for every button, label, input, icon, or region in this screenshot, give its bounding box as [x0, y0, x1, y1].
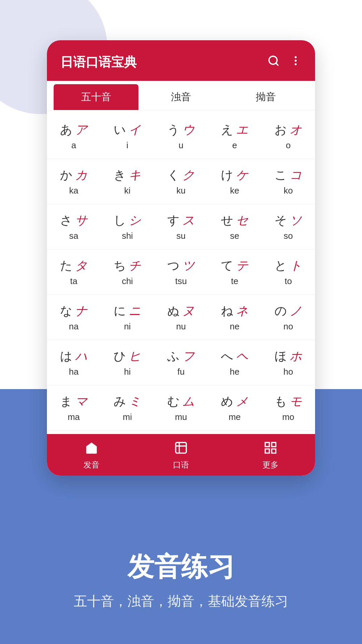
nav-item-发音[interactable]: 发音 — [47, 434, 136, 476]
hiragana-char: す — [167, 212, 180, 229]
kana-cell[interactable]: そ ソ so — [261, 204, 315, 249]
katakana-char: オ — [290, 122, 302, 138]
kana-cell[interactable]: お オ o — [261, 114, 315, 159]
kana-cell[interactable]: か カ ka — [47, 159, 101, 204]
katakana-char: キ — [129, 167, 141, 183]
katakana-char: ト — [290, 258, 302, 274]
kana-chars: み ミ — [114, 393, 141, 410]
kana-cell[interactable]: ほ ホ ho — [261, 340, 315, 385]
katakana-char: ム — [182, 393, 195, 410]
phone-mockup: 日语口语宝典 五十音 浊音 拗音 — [47, 40, 315, 476]
kana-cell[interactable]: あ ア a — [47, 114, 101, 159]
kana-cell[interactable]: ま マ ma — [47, 385, 101, 430]
svg-line-1 — [276, 63, 278, 65]
romaji-label: ni — [124, 321, 131, 332]
kana-cell[interactable]: へ ヘ he — [208, 340, 261, 385]
kana-cell[interactable]: く ク ku — [154, 159, 208, 204]
hiragana-char: ぬ — [167, 303, 180, 319]
kana-cell[interactable]: み ミ mi — [101, 385, 154, 430]
kana-cell[interactable]: た タ ta — [47, 250, 101, 294]
romaji-label: u — [179, 140, 183, 151]
hiragana-char: て — [221, 258, 233, 274]
hiragana-char: き — [114, 167, 126, 183]
kana-cell[interactable]: て テ te — [208, 250, 261, 294]
katakana-char: カ — [75, 167, 87, 183]
kana-row: さ サ sa し シ shi す ス su せ セ — [47, 204, 315, 250]
katakana-char: ヘ — [236, 348, 248, 365]
nav-item-口语[interactable]: 口语 — [136, 434, 226, 476]
svg-rect-9 — [272, 442, 276, 446]
kana-cell[interactable]: こ コ ko — [261, 159, 315, 204]
kana-chars: え エ — [221, 122, 248, 138]
more-icon[interactable] — [290, 55, 302, 70]
katakana-char: ホ — [290, 348, 302, 365]
kana-cell[interactable]: ふ フ fu — [154, 340, 208, 385]
kana-cell[interactable]: い イ i — [101, 114, 154, 159]
kana-cell[interactable]: の ノ no — [261, 295, 315, 340]
kana-cell[interactable]: き キ ki — [101, 159, 154, 204]
tab-gojuuon[interactable]: 五十音 — [54, 84, 138, 110]
hiragana-char: ち — [114, 258, 126, 274]
katakana-char: ナ — [75, 303, 87, 319]
kana-cell[interactable]: せ セ se — [208, 204, 261, 249]
romaji-label: mu — [175, 412, 187, 422]
romaji-label: sa — [69, 231, 78, 241]
svg-rect-5 — [176, 442, 186, 453]
hiragana-char: つ — [167, 258, 180, 274]
kana-cell[interactable]: け ケ ke — [208, 159, 261, 204]
kana-cell[interactable]: う ウ u — [154, 114, 208, 159]
katakana-char: シ — [129, 212, 141, 229]
romaji-label: ki — [124, 185, 131, 196]
svg-point-4 — [295, 63, 297, 65]
hiragana-char: け — [221, 167, 233, 183]
katakana-char: ウ — [182, 122, 195, 138]
tab-dakuon[interactable]: 浊音 — [138, 84, 223, 110]
kana-chars: は ハ — [60, 348, 87, 365]
app-header: 日语口语宝典 — [47, 40, 315, 81]
kana-row: ま マ ma み ミ mi む ム mu め メ — [47, 385, 315, 431]
kana-cell[interactable]: に ニ ni — [101, 295, 154, 340]
kana-cell[interactable]: ね ネ ne — [208, 295, 261, 340]
hiragana-char: へ — [221, 348, 233, 365]
svg-rect-11 — [272, 449, 276, 453]
katakana-char: ツ — [182, 258, 195, 274]
romaji-label: ne — [230, 321, 240, 332]
kana-cell[interactable]: も モ mo — [261, 385, 315, 430]
nav-item-更多[interactable]: 更多 — [226, 434, 315, 476]
kana-chars: く ク — [167, 167, 195, 183]
kana-cell[interactable]: ひ ヒ hi — [101, 340, 154, 385]
hiragana-char: え — [221, 122, 233, 138]
romaji-label: ka — [69, 185, 78, 196]
romaji-label: se — [230, 231, 239, 241]
kana-cell[interactable]: え エ e — [208, 114, 261, 159]
kana-cell[interactable]: ぬ ヌ nu — [154, 295, 208, 340]
kana-cell[interactable]: す ス su — [154, 204, 208, 249]
kana-cell[interactable]: め メ me — [208, 385, 261, 430]
app-title: 日语口语宝典 — [60, 54, 137, 71]
katakana-char: ク — [182, 167, 195, 183]
kana-row: な ナ na に ニ ni ぬ ヌ nu ね ネ — [47, 295, 315, 340]
katakana-char: イ — [129, 122, 141, 138]
hiragana-char: の — [275, 303, 287, 319]
kana-cell[interactable]: む ム mu — [154, 385, 208, 430]
kana-cell[interactable]: な ナ na — [47, 295, 101, 340]
hiragana-char: と — [275, 258, 287, 274]
kana-chars: う ウ — [167, 122, 195, 138]
hiragana-char: お — [275, 122, 287, 138]
kana-cell[interactable]: ち チ chi — [101, 250, 154, 294]
kana-row: は ハ ha ひ ヒ hi ふ フ fu へ ヘ — [47, 340, 315, 385]
kana-cell[interactable]: は ハ ha — [47, 340, 101, 385]
tab-youon[interactable]: 拗音 — [224, 84, 308, 110]
hiragana-char: い — [114, 122, 126, 138]
search-icon[interactable] — [267, 55, 280, 70]
romaji-label: su — [176, 231, 185, 241]
romaji-label: ta — [70, 276, 77, 286]
kana-cell[interactable]: し シ shi — [101, 204, 154, 249]
kana-cell[interactable]: つ ツ tsu — [154, 250, 208, 294]
kana-chars: ま マ — [60, 393, 87, 410]
kana-cell[interactable]: さ サ sa — [47, 204, 101, 249]
promo-subtitle: 五十音，浊音，拗音，基础发音练习 — [0, 592, 362, 610]
katakana-char: タ — [75, 258, 87, 274]
katakana-char: セ — [236, 212, 248, 229]
kana-cell[interactable]: と ト to — [261, 250, 315, 294]
